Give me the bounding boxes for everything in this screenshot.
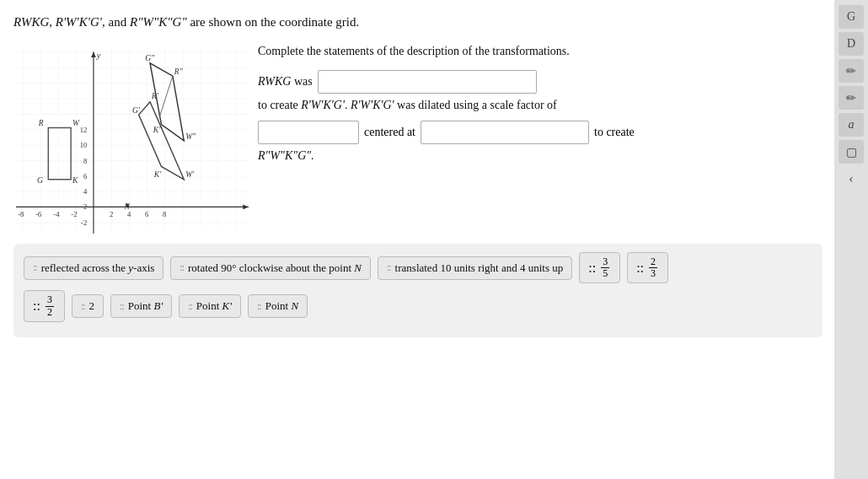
drag-tiles-area: :: reflected across the y-axis :: rotate… bbox=[13, 244, 822, 337]
main-content: RWKG, R'W'K'G', and R"W"K"G" RWKG, R'W'K… bbox=[0, 0, 834, 479]
tile-frac-2-3[interactable]: :: 2 3 bbox=[627, 252, 668, 283]
tile-reflected-label: reflected across the y-axis bbox=[41, 261, 155, 275]
tile-point-b[interactable]: :: Point B' bbox=[110, 294, 172, 318]
svg-text:-2: -2 bbox=[81, 218, 87, 227]
tile-translated-label: translated 10 units right and 4 units up bbox=[395, 261, 564, 275]
centered-at-label: centered at bbox=[364, 126, 415, 139]
svg-text:6: 6 bbox=[145, 210, 149, 218]
svg-rect-0 bbox=[16, 48, 249, 230]
sidebar-icon-g[interactable]: G bbox=[839, 5, 864, 29]
svg-text:W': W' bbox=[185, 170, 195, 179]
drag-handle-icon: :: bbox=[188, 300, 192, 313]
tile-reflected[interactable]: :: reflected across the y-axis bbox=[24, 256, 163, 280]
sidebar-icon-pencil1[interactable]: ✏ bbox=[839, 59, 864, 83]
instructions-text: Complete the statements of the descripti… bbox=[258, 45, 817, 58]
drag-handle-icon: :: bbox=[81, 300, 85, 313]
svg-text:2: 2 bbox=[83, 202, 87, 211]
svg-text:8: 8 bbox=[83, 157, 87, 165]
tile-point-n[interactable]: :: Point N bbox=[248, 294, 308, 318]
tile-frac-3-2[interactable]: :: 3 2 bbox=[24, 290, 65, 321]
svg-text:K: K bbox=[72, 175, 78, 185]
svg-text:4: 4 bbox=[127, 210, 131, 218]
tile-translated[interactable]: :: translated 10 units right and 4 units… bbox=[378, 256, 572, 280]
drag-handle-icon: :: bbox=[179, 261, 184, 274]
svg-text:12: 12 bbox=[80, 126, 88, 134]
right-panel: Complete the statements of the descripti… bbox=[258, 38, 817, 237]
drag-handle-icon: :: bbox=[588, 261, 596, 276]
tile-point-k[interactable]: :: Point K' bbox=[179, 294, 241, 318]
numerator: 3 bbox=[46, 294, 54, 306]
numerator: 2 bbox=[649, 256, 657, 268]
svg-text:W": W" bbox=[185, 132, 196, 141]
svg-text:G: G bbox=[37, 175, 43, 185]
drag-handle-icon: :: bbox=[257, 300, 261, 313]
tile-rotated[interactable]: :: rotated 90° clockwise about the point… bbox=[170, 256, 371, 280]
tile-rotated-label: rotated 90° clockwise about the point N bbox=[188, 261, 362, 275]
svg-text:G': G' bbox=[132, 105, 141, 115]
svg-text:-4: -4 bbox=[53, 210, 60, 218]
fraction-3-5: 3 5 bbox=[599, 256, 611, 279]
sidebar-chevron-icon[interactable]: ‹ bbox=[839, 167, 864, 191]
graph-svg: x y -2 -4 -6 -8 2 4 6 8 2 4 6 8 10 12 -2 bbox=[13, 40, 249, 234]
fraction-2-3: 2 3 bbox=[647, 256, 659, 279]
numerator: 3 bbox=[601, 256, 609, 268]
svg-text:G": G" bbox=[145, 53, 155, 62]
svg-text:4: 4 bbox=[83, 187, 88, 196]
tile-2[interactable]: :: 2 bbox=[72, 294, 104, 318]
svg-text:8: 8 bbox=[163, 210, 166, 218]
drag-handle-icon: :: bbox=[33, 261, 37, 274]
svg-text:W: W bbox=[72, 118, 80, 127]
svg-text:-6: -6 bbox=[35, 210, 42, 218]
svg-text:-2: -2 bbox=[71, 210, 77, 218]
drag-handle-icon: :: bbox=[636, 261, 644, 276]
svg-text:2: 2 bbox=[110, 210, 113, 218]
drag-handle-icon: :: bbox=[387, 261, 391, 274]
to-create-label: to create bbox=[594, 126, 635, 139]
sidebar-icon-pencil2[interactable]: ✏ bbox=[839, 86, 864, 110]
fill-box-scale[interactable] bbox=[258, 121, 359, 144]
svg-text:y: y bbox=[96, 51, 101, 60]
sidebar-icon-a[interactable]: a bbox=[839, 113, 864, 137]
statement1-suffix: to create R'W'K'G'. R'W'K'G' was dilated… bbox=[258, 99, 557, 112]
right-sidebar: G D ✏ ✏ a ▢ ‹ bbox=[834, 0, 868, 479]
rwkg-label-1: RWKG was bbox=[258, 75, 313, 89]
denominator: 5 bbox=[601, 268, 609, 279]
tiles-row-1: :: reflected across the y-axis :: rotate… bbox=[24, 252, 812, 283]
svg-text:R": R" bbox=[174, 67, 184, 76]
tile-2-label: 2 bbox=[89, 299, 95, 313]
drag-handle-icon: :: bbox=[120, 300, 124, 313]
fraction-3-2: 3 2 bbox=[44, 294, 56, 317]
svg-text:6: 6 bbox=[83, 172, 88, 180]
svg-text:10: 10 bbox=[80, 141, 88, 149]
statement-row-2: centered at to create bbox=[258, 121, 817, 144]
coordinate-grid: x y -2 -4 -6 -8 2 4 6 8 2 4 6 8 10 12 -2 bbox=[13, 40, 249, 237]
svg-text:K': K' bbox=[153, 170, 162, 179]
tiles-row-2: :: 3 2 :: 2 :: Point B' :: Point K' :: P… bbox=[24, 290, 812, 321]
rwkg-double-prime-label: R"W"K"G". bbox=[258, 149, 817, 163]
sidebar-icon-square[interactable]: ▢ bbox=[839, 140, 864, 164]
fill-box-1[interactable] bbox=[318, 70, 537, 94]
tile-frac-3-5[interactable]: :: 3 5 bbox=[579, 252, 620, 283]
drag-handle-icon: :: bbox=[33, 299, 40, 314]
denominator: 3 bbox=[649, 268, 657, 279]
svg-text:-8: -8 bbox=[18, 210, 24, 218]
svg-text:R: R bbox=[38, 118, 44, 127]
svg-text:K": K" bbox=[153, 125, 163, 134]
sidebar-icon-d[interactable]: D bbox=[839, 32, 864, 56]
tile-point-k-label: Point K' bbox=[196, 299, 232, 313]
fill-box-center[interactable] bbox=[421, 121, 589, 144]
tile-point-n-label: Point N bbox=[265, 299, 298, 313]
tile-point-b-label: Point B' bbox=[128, 299, 163, 313]
svg-point-38 bbox=[126, 204, 129, 207]
statement-row-1: RWKG was to create R'W'K'G'. R'W'K'G' wa… bbox=[258, 70, 817, 112]
page-title: RWKG, R'W'K'G', and R"W"K"G" RWKG, R'W'K… bbox=[13, 15, 817, 30]
denominator: 2 bbox=[46, 307, 54, 318]
content-area: x y -2 -4 -6 -8 2 4 6 8 2 4 6 8 10 12 -2 bbox=[13, 38, 817, 237]
